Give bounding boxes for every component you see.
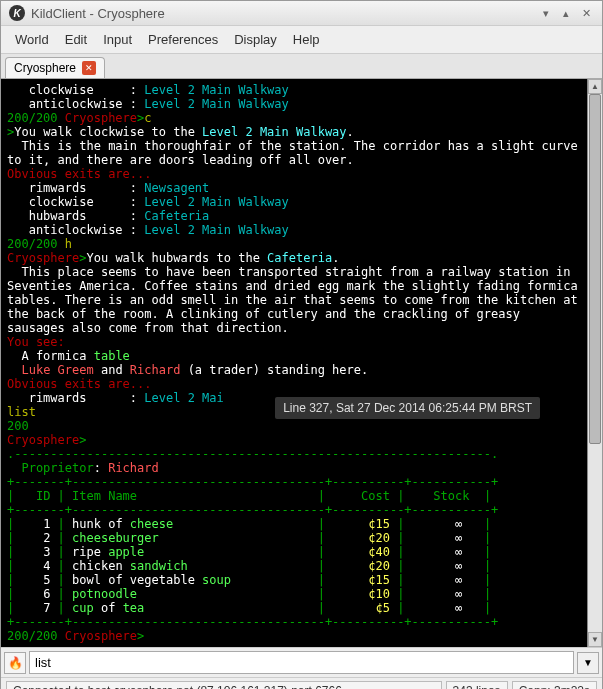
prompt: > <box>79 433 86 447</box>
col-name: Item Name <box>72 489 137 503</box>
chevron-down-icon: ▼ <box>583 657 593 668</box>
room-name: Level 2 Main Walkway <box>202 125 347 139</box>
scroll-track[interactable] <box>588 94 602 632</box>
cmd: h <box>65 237 72 251</box>
text: clockwise : <box>7 83 144 97</box>
exit-link: Level 2 Main Walkway <box>144 97 289 111</box>
text: anticlockwise : <box>7 223 144 237</box>
table-row: | <box>7 517 43 531</box>
text: You walk clockwise to the <box>14 125 202 139</box>
world-name: Cryosphere <box>65 111 137 125</box>
table-border: .---------------------------------------… <box>7 447 498 461</box>
cell: of <box>94 601 123 615</box>
item: table <box>94 349 130 363</box>
exit-link: Level 2 Main Walkway <box>144 223 289 237</box>
line-tooltip: Line 327, Sat 27 Dec 2014 06:25:44 PM BR… <box>275 397 540 419</box>
text <box>7 363 21 377</box>
exit-link: Newsagent <box>144 181 209 195</box>
exit-link: Level 2 Main Walkway <box>144 195 289 209</box>
text: A formica <box>7 349 94 363</box>
player: Luke Greem <box>21 363 93 377</box>
item: cup <box>72 601 94 615</box>
text: the back of the room. A clinking of cutl… <box>7 307 520 321</box>
scroll-down-icon[interactable]: ▼ <box>588 632 602 647</box>
text: clockwise : <box>7 195 144 209</box>
window-title: KildClient - Cryosphere <box>31 6 534 21</box>
tab-cryosphere[interactable]: Cryosphere ✕ <box>5 57 105 78</box>
label: Proprietor <box>7 461 94 475</box>
cost: ¢40 <box>368 545 390 559</box>
menu-world[interactable]: World <box>7 29 57 50</box>
hp: 200 <box>7 419 29 433</box>
history-dropdown-button[interactable]: ▼ <box>577 652 599 674</box>
world-name: Cryosphere <box>7 251 79 265</box>
text: rimwards : <box>7 181 144 195</box>
text: This place seems to have been transporte… <box>7 265 571 279</box>
exit-link: Level 2 Mai <box>144 391 223 405</box>
menu-input[interactable]: Input <box>95 29 140 50</box>
titlebar: K KildClient - Cryosphere ▾ ▴ ✕ <box>1 1 602 26</box>
cell: ripe <box>72 545 108 559</box>
statusbar: Connected to host cryosphere.net (87.106… <box>1 677 602 689</box>
cell: bowl of vegetable <box>72 573 202 587</box>
item: cheese <box>130 517 173 531</box>
menu-edit[interactable]: Edit <box>57 29 95 50</box>
npc: Richard <box>108 461 159 475</box>
minimize-icon[interactable]: ▾ <box>538 5 554 21</box>
terminal-output[interactable]: clockwise : Level 2 Main Walkway anticlo… <box>1 79 587 647</box>
cost: ¢10 <box>368 587 390 601</box>
tabbar: Cryosphere ✕ <box>1 54 602 79</box>
close-icon[interactable]: ✕ <box>578 5 594 21</box>
hp: 200/200 <box>7 629 65 643</box>
table-row: | <box>7 587 43 601</box>
menu-display[interactable]: Display <box>226 29 285 50</box>
text: rimwards : <box>7 391 144 405</box>
status-connection: Connected to host cryosphere.net (87.106… <box>6 681 442 689</box>
item: sandwich <box>130 559 188 573</box>
table-border: +-------+-------------------------------… <box>7 503 498 517</box>
menu-preferences[interactable]: Preferences <box>140 29 226 50</box>
menu-help[interactable]: Help <box>285 29 328 50</box>
table-border: +-------+-------------------------------… <box>7 475 498 489</box>
table-row: | <box>7 531 43 545</box>
text: tables. There is an odd smell in the air… <box>7 293 578 307</box>
cost: ¢15 <box>368 573 390 587</box>
cell: hunk of <box>72 517 130 531</box>
table-row: | <box>7 601 43 615</box>
flame-icon: 🔥 <box>8 656 23 670</box>
npc: Richard <box>130 363 181 377</box>
command-input[interactable] <box>29 651 574 674</box>
status-time: Conn: 3m22s <box>512 681 597 689</box>
exits-header: Obvious exits are... <box>7 377 152 391</box>
cost: ¢5 <box>376 601 390 615</box>
table-row: | <box>7 545 43 559</box>
item: cheeseburger <box>72 531 159 545</box>
scroll-thumb[interactable] <box>589 94 601 444</box>
item: soup <box>202 573 231 587</box>
col-cost: Cost <box>361 489 390 503</box>
status-lines: 343 lines <box>446 681 508 689</box>
prompt: > <box>137 629 144 643</box>
cmd: c <box>144 111 151 125</box>
text: (a trader) standing here. <box>180 363 368 377</box>
hp: 200/200 <box>7 237 65 251</box>
exits-header: Obvious exits are... <box>7 167 152 181</box>
text: and <box>94 363 130 377</box>
text: You walk hubwards to the <box>86 251 267 265</box>
cmd: list <box>7 405 36 419</box>
text: : <box>94 461 108 475</box>
maximize-icon[interactable]: ▴ <box>558 5 574 21</box>
send-button[interactable]: 🔥 <box>4 652 26 674</box>
room-name: Cafeteria <box>267 251 332 265</box>
text: anticlockwise : <box>7 97 144 111</box>
main-window: K KildClient - Cryosphere ▾ ▴ ✕ World Ed… <box>0 0 603 689</box>
input-row: 🔥 ▼ <box>1 647 602 677</box>
text: Seventies America. Coffee stains and dri… <box>7 279 578 293</box>
tab-close-icon[interactable]: ✕ <box>82 61 96 75</box>
scrollbar[interactable]: ▲ ▼ <box>587 79 602 647</box>
scroll-up-icon[interactable]: ▲ <box>588 79 602 94</box>
cost: ¢20 <box>368 559 390 573</box>
text: This is the main thoroughfair of the sta… <box>7 139 578 153</box>
app-icon: K <box>9 5 25 21</box>
see-header: You see: <box>7 335 65 349</box>
